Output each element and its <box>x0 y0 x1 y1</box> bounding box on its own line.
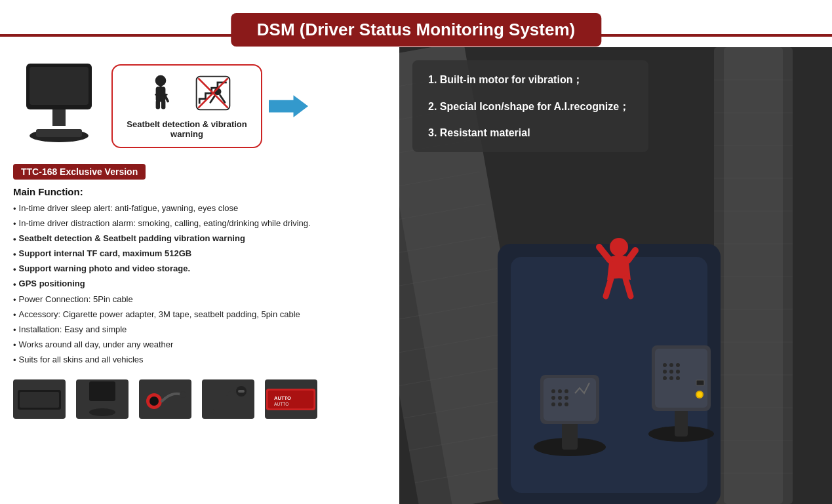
list-item: In-time driver distraction alarm: smokin… <box>13 216 393 231</box>
product-thumbnails: AUTTO AUTTO <box>13 379 393 419</box>
list-item: In-time driver sleep alert: anti-fatigue… <box>13 201 393 216</box>
seatbelt-icon <box>141 73 180 115</box>
svg-point-84 <box>669 370 673 374</box>
feature-box: Seatbelt detection & vibration warning <box>111 64 262 148</box>
svg-point-70 <box>551 396 555 400</box>
svg-rect-10 <box>161 100 165 109</box>
svg-text:AUTTO: AUTTO <box>274 395 291 401</box>
bullet-list: In-time driver sleep alert: anti-fatigue… <box>13 201 393 368</box>
page-title: DSM (Driver Status Monitoring System) <box>257 20 575 39</box>
svg-point-23 <box>180 391 186 398</box>
svg-point-85 <box>676 370 680 374</box>
thumb-device-4 <box>202 379 254 419</box>
feature-point-2: 2. Special Icon/shape for A.I.recognize； <box>428 100 633 114</box>
right-panel: 1. Built-in motor for vibration； 2. Spec… <box>399 47 832 504</box>
svg-rect-9 <box>156 100 160 109</box>
svg-rect-91 <box>696 380 704 385</box>
list-item-power: Power Connection: 5Pin cable <box>13 292 393 307</box>
svg-rect-19 <box>99 401 106 409</box>
svg-rect-4 <box>36 129 82 137</box>
svg-point-81 <box>669 363 673 367</box>
svg-rect-2 <box>52 109 66 126</box>
svg-point-92 <box>610 238 628 256</box>
svg-point-88 <box>676 376 680 380</box>
svg-point-74 <box>558 402 562 406</box>
svg-rect-47 <box>724 47 783 504</box>
vibration-warning-icon <box>193 73 233 115</box>
header-title-wrap: DSM (Driver Status Monitoring System) <box>231 13 601 47</box>
thumb-device-5: AUTTO AUTTO <box>265 379 317 419</box>
list-item-storage: Support warning photo and video storage. <box>13 262 393 277</box>
svg-point-72 <box>565 396 568 400</box>
list-item-works: Works around all day, under any weather <box>13 338 393 353</box>
left-column: Seatbelt detection & vibration warning T… <box>13 47 393 419</box>
svg-point-82 <box>676 363 680 367</box>
svg-point-69 <box>565 389 568 393</box>
svg-point-67 <box>551 389 555 393</box>
svg-point-87 <box>669 376 673 380</box>
device-area: Seatbelt detection & vibration warning <box>13 60 393 152</box>
svg-text:AUTTO: AUTTO <box>274 402 288 406</box>
thumb-device-2 <box>76 379 129 419</box>
svg-point-71 <box>558 396 562 400</box>
svg-point-22 <box>149 397 159 406</box>
svg-point-20 <box>89 408 115 416</box>
svg-point-90 <box>697 392 702 397</box>
feature-point-1: 1. Built-in motor for vibration； <box>428 73 633 87</box>
svg-point-80 <box>663 363 667 367</box>
svg-rect-77 <box>675 408 688 436</box>
svg-rect-17 <box>20 392 59 408</box>
device-image <box>13 60 105 152</box>
thumb-device-3 <box>139 379 191 419</box>
svg-rect-25 <box>238 390 245 393</box>
list-item-suits: Suits for all skins and all vehicles <box>13 353 393 368</box>
feature-box-label: Seatbelt detection & vibration warning <box>123 119 250 139</box>
svg-point-86 <box>663 376 667 380</box>
svg-rect-18 <box>89 381 115 401</box>
arrow-right-icon <box>269 93 308 119</box>
thumb-device-1 <box>13 379 66 419</box>
list-item-install: Installation: Easy and simple <box>13 322 393 338</box>
list-item-tf: Support internal TF card, maximum 512GB <box>13 246 393 262</box>
svg-point-75 <box>565 402 568 406</box>
features-box: 1. Built-in motor for vibration； 2. Spec… <box>412 60 648 152</box>
list-item-seatbelt: Seatbelt detection & Seatbelt padding vi… <box>13 231 393 246</box>
exclusive-badge: TTC-168 Exclusive Version <box>13 164 146 180</box>
svg-marker-15 <box>269 95 308 117</box>
svg-rect-64 <box>562 421 578 450</box>
feature-point-3: 3. Resistant material <box>428 127 633 139</box>
list-item-accessory: Accessory: Cigarette power adapter, 3M t… <box>13 307 393 322</box>
svg-rect-1 <box>30 67 89 105</box>
svg-point-73 <box>551 402 555 406</box>
feature-icons-row <box>141 73 233 115</box>
svg-point-83 <box>663 370 667 374</box>
main-function-title: Main Function: <box>13 186 393 197</box>
svg-point-68 <box>558 389 562 393</box>
list-item-gps: GPS positioning <box>13 277 393 292</box>
svg-point-5 <box>155 75 167 87</box>
